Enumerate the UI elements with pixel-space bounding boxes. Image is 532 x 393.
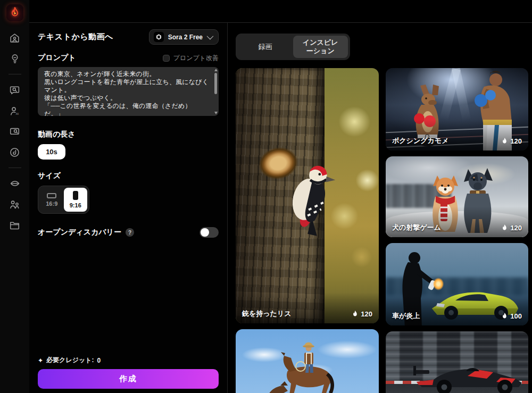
toggle-knob (201, 228, 209, 237)
chevron-down-icon (207, 33, 214, 40)
inspiration-card-burning-car[interactable]: 車が炎上 100 (386, 243, 528, 325)
inspiration-panel: 録画 インスピレーション (228, 23, 532, 393)
sidebar-item-lip-sync[interactable] (6, 177, 24, 190)
help-icon[interactable]: ? (126, 228, 134, 237)
create-button[interactable]: 作成 (38, 369, 219, 389)
model-selector-dropdown[interactable]: Sora 2 Free (149, 29, 219, 45)
characters-icon (9, 199, 20, 210)
tab-bar: 録画 インスピレーション (236, 34, 350, 60)
prompt-label: プロンプト (38, 53, 76, 63)
sidebar-divider (9, 168, 21, 168)
sidebar-item-home[interactable] (6, 31, 24, 45)
screen-search-icon (9, 126, 20, 137)
page-title: テキストから動画へ (38, 32, 113, 42)
sidebar-divider (9, 74, 21, 74)
size-selector: 16:9 9:16 (38, 186, 89, 214)
inspiration-card-f1[interactable] (386, 331, 528, 393)
sidebar-nav: AI (6, 31, 24, 232)
open-discovery-label: オープンディスカバリー (38, 228, 121, 237)
sidebar-item-screen-search[interactable] (6, 124, 24, 138)
open-discovery-toggle[interactable] (200, 227, 219, 238)
cowboy-horses-illustration (256, 337, 357, 393)
f1-car-illustration (411, 356, 528, 393)
flame-play-logo-icon (9, 7, 21, 19)
openai-logo-icon (154, 32, 164, 42)
card-title: 銃を持ったリス (242, 309, 292, 319)
home-icon (9, 32, 20, 44)
card-credit-cost: 120 (502, 137, 522, 145)
scrollbar-thumb[interactable] (214, 73, 217, 94)
model-selector-value: Sora 2 Free (168, 34, 203, 41)
card-thumbnail-woodpecker (236, 68, 379, 323)
tab-inspiration[interactable]: インスピレーション (293, 36, 348, 58)
prompt-improve-toggle[interactable]: プロンプト改善 (163, 54, 219, 63)
credits-value: 0 (97, 357, 101, 364)
main-area: テキストから動画へ (29, 0, 532, 393)
prompt-textarea[interactable]: 夜の東京、ネオンが輝く近未来の街。 黒いロングコートを着た青年が屋上に立ち、風に… (38, 67, 219, 116)
lips-icon (9, 178, 21, 189)
size-option-16-9[interactable]: 16:9 (40, 188, 64, 212)
card-title: 犬の射撃ゲーム (392, 223, 441, 232)
sparkle-icon: ✦ (38, 357, 43, 364)
svg-text:AI: AI (16, 112, 19, 115)
flame-credit-icon (352, 311, 358, 317)
portrait-ratio-icon (73, 191, 78, 200)
chat-search-icon (9, 85, 20, 96)
app-window: AI (0, 0, 532, 393)
assets-folder-icon (9, 220, 20, 231)
scroll-up-arrow-icon[interactable] (214, 69, 218, 71)
inspiration-card-dogs[interactable]: 犬の射撃ゲーム 120 (386, 156, 528, 237)
scroll-down-arrow-icon[interactable] (214, 112, 218, 114)
sidebar-item-inspiration[interactable] (6, 52, 24, 65)
sidebar-item-chat-search[interactable] (6, 83, 24, 97)
card-thumbnail-cowboy-horses (236, 329, 379, 393)
inspiration-card-boxing[interactable]: ボクシングカモメ 120 (386, 68, 528, 150)
credits-label: 必要クレジット: (46, 356, 94, 365)
top-bar (29, 0, 532, 23)
card-credit-cost: 100 (502, 312, 522, 320)
inspiration-card-cowboy[interactable] (236, 329, 379, 393)
size-label: サイズ (38, 171, 219, 181)
ai-avatar-icon: AI (9, 105, 20, 116)
size-option-9-16[interactable]: 9:16 (64, 188, 88, 212)
card-title: 車が炎上 (392, 311, 420, 321)
inspiration-card-squirrel-gun[interactable]: 銃を持ったリス 120 (236, 68, 379, 323)
sidebar-item-characters[interactable] (6, 197, 24, 211)
idea-lightbulb-icon (10, 53, 20, 64)
prompt-improve-label: プロンプト改善 (173, 54, 219, 63)
app-logo[interactable] (6, 4, 23, 21)
flame-credit-icon (502, 224, 508, 231)
card-credit-cost: 120 (502, 224, 522, 232)
duration-label: 動画の長さ (38, 130, 219, 139)
generation-panel: テキストから動画へ (29, 23, 228, 393)
flame-credit-icon (502, 138, 508, 145)
sidebar-item-ai-avatar[interactable]: AI (6, 104, 24, 118)
prompt-scrollbar[interactable] (214, 68, 218, 115)
card-credit-cost: 120 (352, 310, 372, 318)
landscape-ratio-icon (47, 193, 56, 198)
sidebar-item-assets[interactable] (6, 218, 24, 232)
tab-recordings[interactable]: 録画 (238, 36, 293, 58)
required-credits: ✦ 必要クレジット: 0 (38, 356, 219, 365)
inspiration-grid: 銃を持ったリス 120 (236, 68, 532, 393)
duration-option-10s[interactable]: 10s (38, 144, 65, 160)
flame-credit-icon (502, 313, 508, 320)
woodpecker-illustration (281, 155, 344, 240)
spin-disc-icon (9, 147, 20, 158)
sidebar-item-remix[interactable] (6, 145, 24, 159)
sidebar: AI (0, 0, 29, 393)
prompt-improve-checkbox[interactable] (163, 55, 170, 62)
card-thumbnail-f1-car (386, 331, 528, 393)
prompt-box: 夜の東京、ネオンが輝く近未来の街。 黒いロングコートを着た青年が屋上に立ち、風に… (38, 67, 219, 116)
card-title: ボクシングカモメ (392, 136, 448, 146)
